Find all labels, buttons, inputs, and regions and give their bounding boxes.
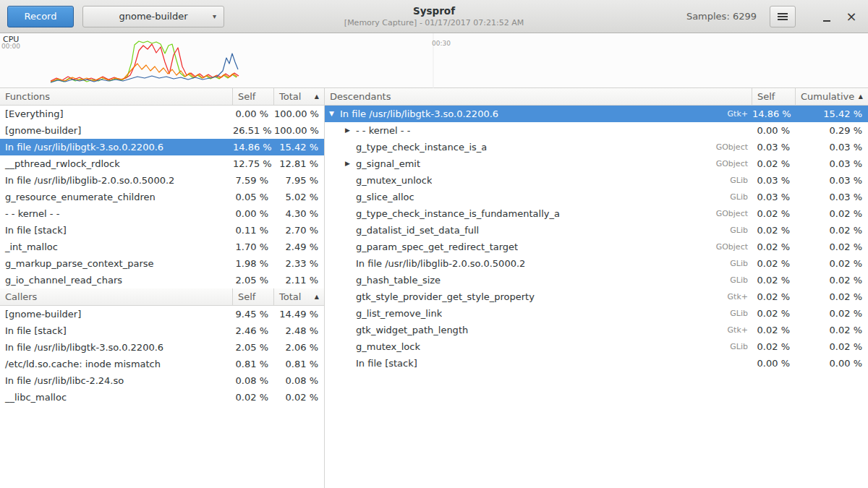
expander-open-icon[interactable]: ▼ — [329, 106, 340, 122]
self-value-cell: 9.45 % — [233, 306, 274, 322]
tree-row[interactable]: ▼In file /usr/lib/libgtk-3.so.0.2200.6Gt… — [325, 106, 868, 122]
library-category-label: GObject — [716, 205, 752, 222]
table-row[interactable]: g_io_channel_read_chars2.05 %2.11 % — [0, 272, 324, 288]
self-value-cell: 0.00 % — [752, 122, 796, 139]
total-value-cell: 0.81 % — [274, 356, 324, 372]
self-value-cell: 0.11 % — [233, 222, 274, 239]
table-row[interactable]: [gnome-builder]26.51 %100.00 % — [0, 122, 324, 139]
cumulative-value-cell: 0.00 % — [796, 355, 868, 372]
tree-row[interactable]: gtk_style_provider_get_style_propertyGtk… — [325, 288, 868, 305]
library-category-label: GLib — [730, 222, 752, 239]
minimize-icon — [823, 20, 830, 22]
expander-closed-icon[interactable]: ▶ — [345, 122, 356, 139]
functions-table: [Everything]0.00 %100.00 %[gnome-builder… — [0, 106, 324, 288]
function-name-cell: g_hash_table_size — [356, 272, 441, 288]
process-selector-dropdown[interactable]: gnome-builder ▾ — [82, 6, 224, 27]
expander-closed-icon[interactable]: ▶ — [345, 155, 356, 172]
tree-row[interactable]: g_mutex_unlockGLib0.03 %0.03 % — [325, 172, 868, 189]
function-name-cell: In file [stack] — [0, 322, 233, 339]
tree-row[interactable]: g_param_spec_get_redirect_targetGObject0… — [325, 239, 868, 255]
functions-column-header[interactable]: Functions — [0, 88, 233, 106]
tree-row[interactable]: ▶- - kernel - -0.00 %0.29 % — [325, 122, 868, 139]
library-category-label: GLib — [730, 305, 752, 322]
table-row[interactable]: In file /usr/lib/libgtk-3.so.0.2200.62.0… — [0, 339, 324, 356]
total-value-cell: 0.08 % — [274, 372, 324, 389]
functions-self-column-header[interactable]: Self — [233, 88, 274, 106]
self-value-cell: 0.02 % — [752, 322, 796, 338]
tree-row[interactable]: g_hash_table_sizeGLib0.02 %0.02 % — [325, 272, 868, 288]
function-name-cell: g_datalist_id_set_data_full — [356, 222, 479, 239]
table-row[interactable]: In file /usr/lib/libglib-2.0.so.0.5000.2… — [0, 172, 324, 189]
table-row[interactable]: g_markup_parse_context_parse1.98 %2.33 % — [0, 255, 324, 272]
function-name-cell: [gnome-builder] — [0, 306, 233, 322]
library-category-label: Gtk+ — [728, 106, 752, 122]
self-value-cell: 2.05 % — [233, 272, 274, 288]
tree-row[interactable]: g_type_check_instance_is_fundamentally_a… — [325, 205, 868, 222]
descendants-self-column-header[interactable]: Self — [752, 88, 796, 106]
tree-row[interactable]: g_datalist_id_set_data_fullGLib0.02 %0.0… — [325, 222, 868, 239]
table-row[interactable]: In file /usr/lib/libc-2.24.so0.08 %0.08 … — [0, 372, 324, 389]
table-row[interactable]: - - kernel - -0.00 %4.30 % — [0, 205, 324, 222]
cpu-graph[interactable]: CPU 00:00 00:30 — [0, 33, 868, 88]
tree-row[interactable]: g_mutex_lockGLib0.02 %0.02 % — [325, 338, 868, 355]
tree-name-cell: gtk_widget_path_lengthGtk+ — [325, 322, 752, 338]
table-row[interactable]: __libc_malloc0.02 %0.02 % — [0, 389, 324, 406]
callers-table: [gnome-builder]9.45 %14.49 %In file [sta… — [0, 306, 324, 406]
descendants-tree: ▼In file /usr/lib/libgtk-3.so.0.2200.6Gt… — [325, 106, 868, 372]
self-value-cell: 0.02 % — [752, 155, 796, 172]
sysprof-window: Record gnome-builder ▾ Sysprof [Memory C… — [0, 0, 868, 488]
function-name-cell: g_io_channel_read_chars — [0, 272, 233, 288]
functions-total-column-header[interactable]: Total ▲ — [274, 88, 324, 106]
descendants-header-row: Descendants Self Cumulative ▲ — [325, 88, 868, 106]
tree-name-cell: g_mutex_lockGLib — [325, 338, 752, 355]
function-name-cell: gtk_style_provider_get_style_property — [356, 288, 535, 305]
table-row[interactable]: __pthread_rwlock_rdlock12.75 %12.81 % — [0, 155, 324, 172]
callers-column-header[interactable]: Callers — [0, 288, 233, 306]
tree-row[interactable]: In file [stack]0.00 %0.00 % — [325, 355, 868, 372]
self-value-cell: 0.02 % — [752, 205, 796, 222]
self-value-cell: 0.00 % — [233, 106, 274, 122]
self-value-cell: 0.02 % — [752, 272, 796, 288]
table-row[interactable]: [Everything]0.00 %100.00 % — [0, 106, 324, 122]
table-row[interactable]: g_resource_enumerate_children0.05 %5.02 … — [0, 189, 324, 205]
function-name-cell: In file /usr/lib/libc-2.24.so — [0, 372, 233, 389]
descendants-cumulative-column-header[interactable]: Cumulative ▲ — [796, 88, 868, 106]
tree-row[interactable]: g_list_remove_linkGLib0.02 %0.02 % — [325, 305, 868, 322]
tree-name-cell: g_param_spec_get_redirect_targetGObject — [325, 239, 752, 255]
table-row[interactable]: In file /usr/lib/libgtk-3.so.0.2200.614.… — [0, 139, 324, 155]
tree-row[interactable]: In file /usr/lib/libglib-2.0.so.0.5000.2… — [325, 255, 868, 272]
samples-count: Samples: 6299 — [686, 11, 757, 22]
function-name-cell: In file [stack] — [356, 355, 417, 372]
function-name-cell: In file /usr/lib/libgtk-3.so.0.2200.6 — [0, 139, 233, 155]
self-value-cell: 2.05 % — [233, 339, 274, 356]
table-row[interactable]: In file [stack]0.11 %2.70 % — [0, 222, 324, 239]
self-value-cell: 14.86 % — [233, 139, 274, 155]
total-value-cell: 2.11 % — [274, 272, 324, 288]
close-button[interactable]: × — [842, 7, 861, 26]
tree-row[interactable]: g_type_check_instance_is_aGObject0.03 %0… — [325, 139, 868, 155]
self-value-cell: 0.03 % — [752, 189, 796, 205]
record-button[interactable]: Record — [7, 6, 74, 27]
callers-total-column-header[interactable]: Total ▲ — [274, 288, 324, 306]
tree-row[interactable]: gtk_widget_path_lengthGtk+0.02 %0.02 % — [325, 322, 868, 338]
function-name-cell: In file /usr/lib/libglib-2.0.so.0.5000.2 — [0, 172, 233, 189]
callers-self-column-header[interactable]: Self — [233, 288, 274, 306]
functions-total-column-label: Total — [279, 88, 301, 105]
cumulative-value-cell: 0.02 % — [796, 255, 868, 272]
function-name-cell: g_markup_parse_context_parse — [0, 255, 233, 272]
tree-row[interactable]: g_slice_allocGLib0.03 %0.03 % — [325, 189, 868, 205]
menu-button[interactable] — [770, 6, 796, 27]
minimize-button[interactable] — [817, 7, 836, 26]
table-row[interactable]: [gnome-builder]9.45 %14.49 % — [0, 306, 324, 322]
self-value-cell: 0.02 % — [752, 305, 796, 322]
time-tick-start: 00:00 — [1, 43, 20, 50]
callers-total-column-label: Total — [279, 288, 301, 305]
tree-row[interactable]: ▶g_signal_emitGObject0.02 %0.03 % — [325, 155, 868, 172]
total-value-cell: 4.30 % — [274, 205, 324, 222]
table-row[interactable]: _int_malloc1.70 %2.49 % — [0, 239, 324, 255]
self-value-cell: 1.70 % — [233, 239, 274, 255]
descendants-column-header[interactable]: Descendants — [325, 88, 752, 106]
table-row[interactable]: /etc/ld.so.cache: inode mismatch0.81 %0.… — [0, 356, 324, 372]
function-name-cell: g_param_spec_get_redirect_target — [356, 239, 518, 255]
table-row[interactable]: In file [stack]2.46 %2.48 % — [0, 322, 324, 339]
